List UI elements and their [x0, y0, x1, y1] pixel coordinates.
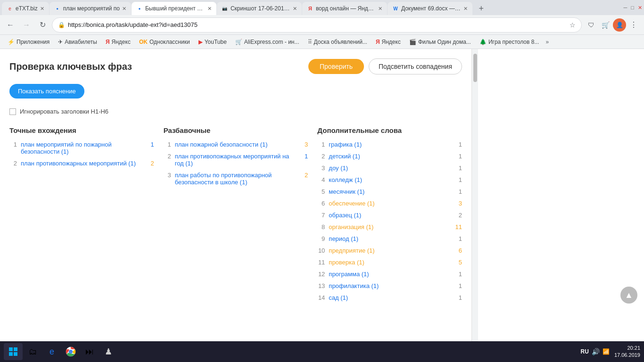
add-link-4[interactable]: колледж (1) — [329, 176, 449, 183]
menu-button[interactable]: ⋮ — [627, 18, 640, 32]
taskbar: 🗂 e ⏭ ♟ RU 🔊 📶 20:21 17.06.2019 — [0, 341, 644, 362]
add-count-11: 5 — [453, 259, 462, 266]
bookmark-board-label: Доска объявлений... — [314, 39, 367, 45]
shield-icon[interactable]: 🛡 — [585, 18, 598, 32]
add-link-13[interactable]: профилактика (1) — [329, 282, 449, 289]
taskbar-explorer-icon[interactable]: 🗂 — [25, 343, 41, 360]
bookmark-apps[interactable]: ⚡ Приложения — [4, 37, 53, 47]
minimize-button[interactable]: ─ — [624, 5, 627, 10]
taskbar-chrome-icon[interactable] — [62, 343, 79, 360]
tab-5-close[interactable]: ✕ — [376, 6, 382, 12]
bookmarks-more[interactable]: » — [545, 39, 549, 45]
tab-4[interactable]: 📷 Скриншот 17-06-2019... ✕ — [217, 2, 302, 15]
bookmark-yandex[interactable]: Я Яндекс — [102, 37, 134, 47]
youtube-icon: ▶ — [198, 39, 203, 45]
add-link-14[interactable]: сад (1) — [329, 294, 449, 301]
tab-3[interactable]: ● Бывший президент Ег... ✕ — [132, 2, 216, 15]
tab-6-close[interactable]: ✕ — [461, 6, 468, 12]
exact-link-1[interactable]: план мероприятий по пожарной безопасност… — [21, 141, 141, 155]
check-button[interactable]: Проверить — [308, 59, 364, 74]
reload-button[interactable]: ↻ — [36, 18, 49, 32]
ignore-row: Игнорировать заголовки Н1-Н6 — [9, 108, 462, 115]
tab-6[interactable]: W Документ 69.docx — М... ✕ — [388, 2, 472, 15]
bookmark-got-label: Игра престолов 8... — [488, 39, 539, 45]
scrollbar[interactable] — [471, 49, 478, 341]
add-num-12: 12 — [317, 271, 325, 278]
tab-1-favicon: e — [7, 5, 13, 12]
ignore-checkbox[interactable] — [9, 108, 16, 115]
maximize-button[interactable]: □ — [631, 5, 634, 10]
tab-2[interactable]: ● план мероприятий по ✕ — [50, 2, 131, 15]
bookmark-avia[interactable]: ✈ Авиабилеты — [54, 37, 101, 47]
taskbar-media-icon[interactable]: ⏭ — [81, 343, 98, 360]
highlight-button[interactable]: Подсветить совпадения — [369, 58, 462, 74]
bookmark-youtube-label: YouTube — [205, 39, 227, 45]
back-button[interactable]: ← — [4, 18, 17, 32]
taskbar-lang: RU — [581, 348, 589, 355]
avia-icon: ✈ — [58, 39, 63, 45]
tab-5[interactable]: Я ворд онлайн — Яндекс... ✕ — [302, 2, 387, 15]
add-link-2[interactable]: детский (1) — [329, 153, 449, 160]
add-link-11[interactable]: проверка (1) — [329, 259, 449, 266]
exact-entries-column: Точные вхождения 1 план мероприятий по п… — [9, 126, 164, 306]
additional-column: Дополнительные слова 1 графика (1) 1 2 д… — [317, 126, 462, 306]
tab-5-label: ворд онлайн — Яндекс... — [316, 5, 376, 12]
yandex-icon: Я — [106, 39, 110, 45]
add-num-10: 10 — [317, 247, 325, 254]
show-explanation-button[interactable]: Показать пояснение — [9, 84, 84, 99]
start-button[interactable] — [4, 343, 23, 360]
taskbar-time: 20:21 — [614, 345, 640, 352]
add-count-9: 1 — [453, 235, 462, 242]
add-link-7[interactable]: образец (1) — [329, 212, 449, 219]
add-link-1[interactable]: графика (1) — [329, 141, 449, 148]
diluting-link-1[interactable]: план пожарной безопасности (1) — [175, 141, 295, 148]
taskbar-ie-icon[interactable]: e — [43, 343, 60, 360]
add-num-4: 4 — [317, 176, 325, 183]
cart-icon[interactable]: 🛒 — [599, 18, 612, 32]
add-link-5[interactable]: месячник (1) — [329, 188, 449, 195]
bookmark-ali-label: AliExpress.com - ин... — [244, 39, 299, 45]
exact-link-2[interactable]: план противопожарных мероприятий (1) — [21, 160, 141, 167]
svg-rect-3 — [14, 352, 17, 356]
chrome-icon — [66, 346, 76, 357]
diluting-link-3[interactable]: план работы по противопожарной безопасно… — [175, 172, 295, 186]
columns-area: Точные вхождения 1 план мероприятий по п… — [9, 126, 462, 306]
add-item-1: 1 графика (1) 1 — [317, 141, 462, 148]
close-button[interactable]: ✕ — [638, 5, 642, 11]
tab-3-close[interactable]: ✕ — [205, 6, 212, 12]
tab-1[interactable]: e eTXT.biz ✕ — [2, 2, 49, 15]
bookmark-got[interactable]: 🌲 Игра престолов 8... — [476, 37, 543, 47]
tab-4-close[interactable]: ✕ — [290, 6, 297, 12]
taskbar-volume-icon[interactable]: 🔊 — [592, 348, 600, 355]
bookmark-board[interactable]: ⠿ Доска объявлений... — [304, 37, 371, 47]
scroll-to-top-button[interactable]: ▲ — [620, 287, 637, 304]
ignore-label: Игнорировать заголовки Н1-Н6 — [20, 108, 108, 115]
bookmark-ali[interactable]: 🛒 AliExpress.com - ин... — [231, 37, 303, 47]
add-link-10[interactable]: предприятие (1) — [329, 247, 449, 254]
add-link-9[interactable]: период (1) — [329, 235, 449, 242]
forward-button[interactable]: → — [20, 18, 33, 32]
address-bar[interactable]: 🔒 https://bonica.pro/task/update-ext?id=… — [52, 17, 582, 33]
bookmark-yandex2-label: Яндекс — [382, 39, 401, 45]
bookmark-ok[interactable]: OK Одноклассники — [135, 37, 194, 47]
tab-2-close[interactable]: ✕ — [120, 6, 126, 12]
add-count-4: 1 — [453, 176, 462, 183]
add-link-12[interactable]: программа (1) — [329, 271, 449, 278]
diluting-link-2[interactable]: план противопожарных мероприятий на год … — [175, 153, 295, 167]
page-content: Проверка ключевых фраз Проверить Подсвет… — [0, 49, 644, 341]
add-link-6[interactable]: обеспечение (1) — [329, 200, 449, 207]
diluting-item-2: 2 план противопожарных мероприятий на го… — [164, 153, 308, 167]
bookmark-youtube[interactable]: ▶ YouTube — [195, 37, 231, 47]
add-link-8[interactable]: организация (1) — [329, 223, 449, 230]
taskbar-network-icon[interactable]: 📶 — [603, 348, 610, 355]
bookmark-film[interactable]: 🎬 Фильм Один дома... — [405, 37, 475, 47]
taskbar-steam-icon[interactable]: ♟ — [100, 343, 117, 360]
account-icon[interactable]: 👤 — [613, 18, 626, 32]
new-tab-button[interactable]: + — [475, 2, 488, 15]
star-icon[interactable]: ☆ — [570, 21, 576, 29]
bookmark-yandex2[interactable]: Я Яндекс — [372, 37, 405, 47]
add-item-4: 4 колледж (1) 1 — [317, 176, 462, 183]
tab-1-close[interactable]: ✕ — [38, 6, 44, 12]
add-link-3[interactable]: доу (1) — [329, 165, 449, 172]
add-count-1: 1 — [453, 141, 462, 148]
